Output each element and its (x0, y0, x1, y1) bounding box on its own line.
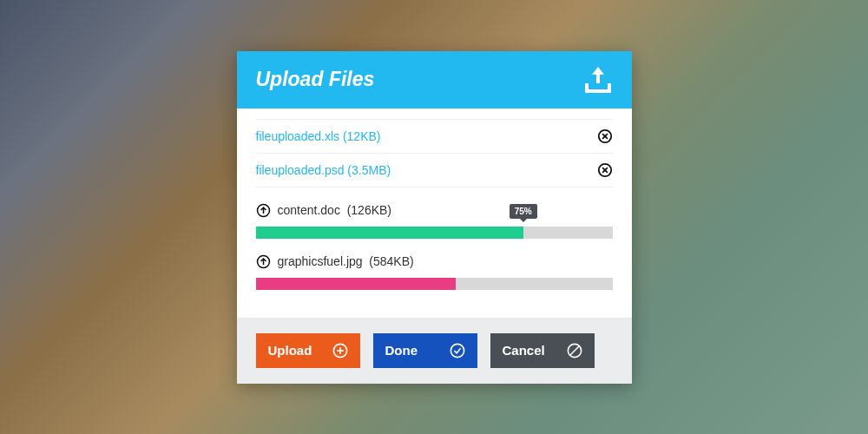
upload-arrow-icon (256, 254, 271, 269)
uploading-file-name: graphicsfuel.jpg (584KB) (278, 254, 414, 268)
check-circle-icon (450, 343, 465, 358)
modal-body: fileuploaded.xls (12KB) fileuploaded.psd… (237, 108, 632, 318)
plus-circle-icon (332, 343, 348, 358)
uploading-file-block: content.doc (126KB) 75% (256, 203, 613, 239)
done-button[interactable]: Done (373, 333, 477, 368)
completed-file-row: fileuploaded.xls (12KB) (256, 119, 613, 153)
progress-tooltip: 75% (510, 204, 537, 219)
svg-line-13 (570, 346, 579, 355)
uploading-file-block: graphicsfuel.jpg (584KB) (256, 254, 613, 290)
upload-arrow-icon (256, 203, 271, 218)
cancel-button[interactable]: Cancel (490, 333, 595, 368)
progress-bar-wrap: 75% (256, 227, 613, 239)
remove-file-icon[interactable] (597, 128, 613, 144)
uploading-file-row: content.doc (126KB) (256, 203, 613, 218)
completed-file-link[interactable]: fileuploaded.xls (12KB) (256, 129, 381, 143)
modal-footer: Upload Done Cancel (237, 318, 632, 384)
progress-fill (256, 278, 456, 290)
completed-file-row: fileuploaded.psd (3.5MB) (256, 153, 613, 187)
upload-tray-icon (583, 67, 613, 93)
progress-bar (256, 227, 613, 239)
progress-bar (256, 278, 613, 290)
upload-button[interactable]: Upload (256, 333, 360, 368)
modal-title: Upload Files (256, 68, 375, 91)
done-button-label: Done (385, 343, 418, 358)
uploading-file-name: content.doc (126KB) (278, 203, 392, 217)
svg-point-11 (450, 344, 464, 357)
upload-modal: Upload Files fileuploaded.xls (12KB) fil… (237, 51, 632, 384)
upload-button-label: Upload (268, 343, 312, 358)
completed-file-link[interactable]: fileuploaded.psd (3.5MB) (256, 163, 391, 177)
uploading-file-row: graphicsfuel.jpg (584KB) (256, 254, 613, 269)
remove-file-icon[interactable] (597, 162, 613, 178)
cancel-button-label: Cancel (503, 343, 545, 358)
modal-header: Upload Files (237, 51, 632, 108)
prohibit-circle-icon (567, 343, 582, 358)
progress-bar-wrap (256, 278, 613, 290)
progress-fill (256, 227, 523, 239)
